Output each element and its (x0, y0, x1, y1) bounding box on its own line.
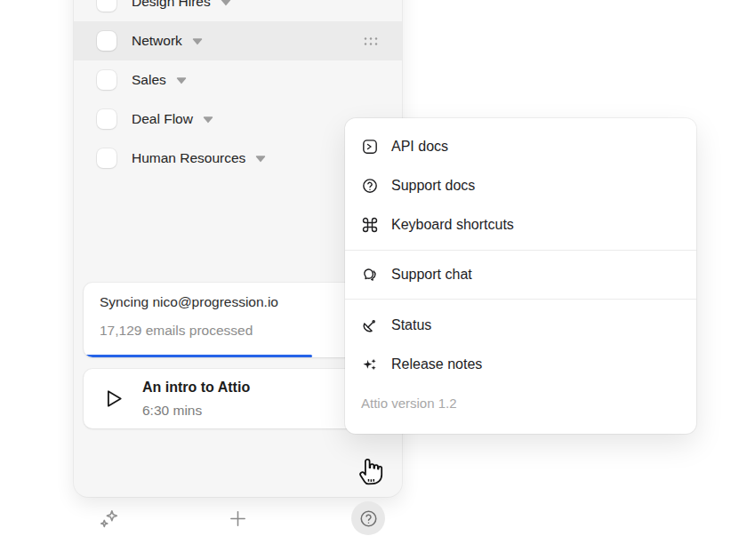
question-circle-icon (358, 508, 379, 529)
chevron-down-icon[interactable] (176, 76, 187, 84)
satellite-dish-icon (361, 316, 379, 334)
chevron-down-icon[interactable] (192, 36, 203, 45)
question-circle-icon (361, 177, 379, 195)
sidebar-item-sales[interactable]: Sales (74, 60, 402, 100)
terminal-icon (361, 138, 379, 156)
chevron-down-icon[interactable] (221, 0, 231, 6)
list-icon-placeholder (97, 31, 116, 51)
sync-status-subtitle: 17,129 emails processed (100, 322, 376, 340)
app-version-label: Attio version 1.2 (361, 395, 680, 412)
list-label: Human Resources (132, 150, 245, 166)
chevron-down-icon[interactable] (255, 154, 266, 163)
menu-item-label: Support chat (391, 267, 472, 283)
app-stage: Design Hires Network (0, 0, 747, 560)
intro-video-title: An intro to Attio (142, 378, 250, 396)
chevron-down-icon[interactable] (203, 115, 213, 124)
list-label: Sales (132, 72, 166, 88)
sync-progress-fill (84, 355, 312, 357)
add-button[interactable] (228, 508, 248, 529)
list-label: Network (132, 33, 182, 49)
menu-item-label: API docs (391, 139, 448, 155)
list-icon-placeholder (97, 148, 116, 168)
help-menu-section-meta: Status Release notes Attio version 1.2 (345, 300, 696, 412)
help-button[interactable] (351, 501, 385, 535)
chat-bubbles-icon (361, 266, 379, 284)
menu-item-status[interactable]: Status (345, 306, 696, 345)
hand-cursor (357, 452, 386, 487)
sidebar-item-network[interactable]: Network (74, 21, 402, 60)
sparkles-button[interactable] (98, 508, 120, 530)
menu-item-keyboard-shortcuts[interactable]: Keyboard shortcuts (345, 205, 696, 244)
list-label: Deal Flow (132, 111, 193, 127)
menu-item-label: Support docs (391, 178, 475, 194)
help-menu: API docs Support docs (345, 118, 696, 434)
play-icon (101, 387, 125, 411)
menu-item-api-docs[interactable]: API docs (345, 127, 696, 166)
menu-item-label: Status (391, 317, 431, 333)
help-menu-section-chat: Support chat (345, 251, 696, 299)
sync-status-title: Syncing nico@progression.io (100, 293, 376, 311)
list-label: Design Hires (132, 0, 211, 10)
list-icon-placeholder (97, 109, 116, 129)
menu-item-support-docs[interactable]: Support docs (345, 166, 696, 205)
menu-item-label: Keyboard shortcuts (391, 217, 514, 233)
intro-card-text: An intro to Attio 6:30 mins (142, 378, 250, 420)
list-icon-placeholder (97, 0, 116, 12)
sidebar-item-design-hires[interactable]: Design Hires (74, 0, 402, 21)
command-icon (361, 216, 379, 234)
menu-item-label: Release notes (391, 356, 482, 372)
intro-video-duration: 6:30 mins (142, 401, 250, 420)
sparkles-icon (361, 356, 379, 373)
menu-item-support-chat[interactable]: Support chat (345, 255, 696, 294)
drag-handle-icon[interactable] (363, 36, 379, 47)
menu-item-release-notes[interactable]: Release notes (345, 345, 696, 384)
help-menu-section-docs: API docs Support docs (345, 118, 696, 250)
list-icon-placeholder (97, 70, 116, 90)
